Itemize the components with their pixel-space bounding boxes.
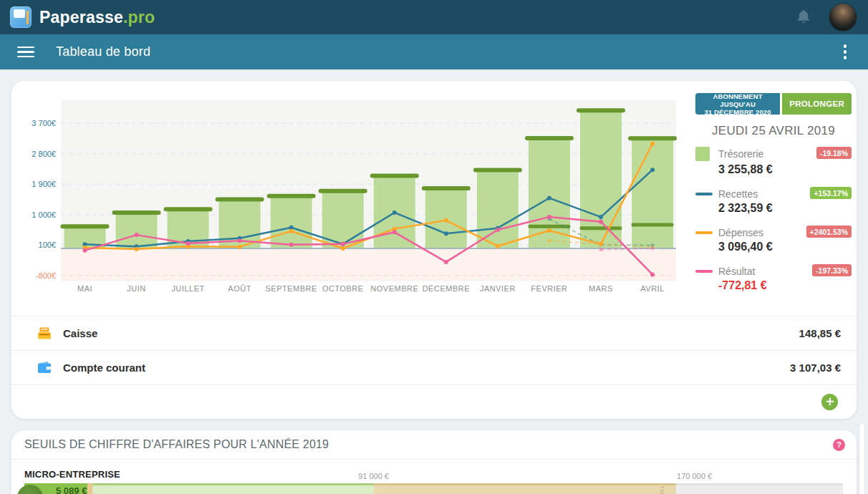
notifications-bell-icon[interactable] xyxy=(795,9,812,26)
progress-marker-strip xyxy=(87,483,92,494)
svg-text:DÉCEMBRE: DÉCEMBRE xyxy=(423,284,470,293)
thresholds-header: SEUILS DE CHIFFRE D'AFFAIRES POUR L'ANNÉ… xyxy=(11,430,857,460)
svg-text:-800€: -800€ xyxy=(36,271,56,280)
logo-book-icon xyxy=(10,6,32,28)
menu-icon[interactable] xyxy=(17,47,34,58)
help-icon[interactable]: ? xyxy=(833,439,845,451)
svg-text:SEPTEMBRE: SEPTEMBRE xyxy=(266,284,317,293)
svg-text:100€: 100€ xyxy=(39,241,56,249)
legend-swatch-recettes xyxy=(695,193,713,195)
dashboard-card: 3 700€2 800€1 900€1 000€100€-800€MAIJUIN… xyxy=(11,81,857,419)
date-heading: JEUDI 25 AVRIL 2019 xyxy=(695,124,852,138)
page-title: Tableau de bord xyxy=(56,44,150,59)
subscription-line2: 31 DÉCEMBRE 2020 xyxy=(695,108,780,115)
legend-value: 3 096,40 € xyxy=(718,241,852,253)
delta-badge: -19.18% xyxy=(816,147,852,159)
more-options-icon[interactable] xyxy=(839,42,852,62)
accounts-footer xyxy=(11,384,857,418)
delta-badge: +153.17% xyxy=(810,187,852,199)
svg-text:3 700€: 3 700€ xyxy=(32,119,56,127)
brand-suffix: .pro xyxy=(123,8,155,26)
accounts-list: Caisse148,85 €Compte courant3 107,03 € xyxy=(11,316,857,418)
threshold-marker-170000: 170 000 € xyxy=(11,472,712,480)
legend-swatch-depenses xyxy=(695,231,713,234)
chart-legend: Trésorerie-19.18%3 255,88 €Recettes+153.… xyxy=(695,147,852,292)
delta-badge: +2401.53% xyxy=(806,226,852,238)
tolerance-zone-label: TOLÉRANCE xyxy=(659,485,665,494)
svg-text:NOVEMBRE: NOVEMBRE xyxy=(370,284,418,293)
thresholds-card: SEUILS DE CHIFFRE D'AFFAIRES POUR L'ANNÉ… xyxy=(11,430,857,494)
thresholds-body: MICRO-ENTREPRISE 91 000 € 170 000 € 5 08… xyxy=(11,460,857,494)
account-balance: 3 107,03 € xyxy=(790,362,841,374)
svg-text:AVRIL: AVRIL xyxy=(640,284,664,293)
subscription-text: ABONNEMENT JUSQU'AU 31 DÉCEMBRE 2020 xyxy=(695,93,780,115)
account-row-caisse[interactable]: Caisse148,85 € xyxy=(11,316,857,350)
revenue-threshold-bar: 5 089 € TOLÉRANCE xyxy=(24,483,843,494)
user-avatar[interactable] xyxy=(829,4,857,31)
subscription-banner: ABONNEMENT JUSQU'AU 31 DÉCEMBRE 2020 PRO… xyxy=(695,93,852,115)
legend-item-resultat[interactable]: Résultat-197.33%-772,81 € xyxy=(695,264,852,292)
legend-swatch-resultat xyxy=(695,270,713,273)
legend-label: Recettes xyxy=(718,187,810,200)
topbar: Paperasse.pro xyxy=(0,0,868,34)
main-content: 3 700€2 800€1 900€1 000€100€-800€MAIJUIN… xyxy=(0,69,868,494)
svg-text:1 000€: 1 000€ xyxy=(32,210,56,219)
delta-badge: -197.33% xyxy=(812,264,852,276)
svg-text:2 800€: 2 800€ xyxy=(32,150,56,158)
svg-text:JANVIER: JANVIER xyxy=(480,284,516,293)
add-account-button[interactable] xyxy=(821,394,838,410)
legend-label: Trésorerie xyxy=(718,147,816,160)
cash-register-icon xyxy=(36,325,53,342)
app-logo[interactable]: Paperasse.pro xyxy=(10,6,155,28)
legend-value: 3 255,88 € xyxy=(718,163,852,176)
section-title: SEUILS DE CHIFFRE D'AFFAIRES POUR L'ANNÉ… xyxy=(24,438,329,451)
svg-text:JUIN: JUIN xyxy=(127,284,145,293)
legend-value: 2 323,59 € xyxy=(718,202,852,215)
svg-text:1 900€: 1 900€ xyxy=(32,180,56,188)
legend-item-tresorerie[interactable]: Trésorerie-19.18%3 255,88 € xyxy=(695,147,852,176)
legend-value: -772,81 € xyxy=(718,279,852,292)
account-balance: 148,85 € xyxy=(799,327,841,339)
brand-text: Paperasse.pro xyxy=(39,8,155,27)
svg-text:MAI: MAI xyxy=(77,284,92,293)
zone-under-threshold xyxy=(92,483,374,494)
legend-item-recettes[interactable]: Recettes+153.17%2 323,59 € xyxy=(695,187,852,215)
brand-name: Paperasse xyxy=(39,8,123,26)
svg-text:FÉVRIER: FÉVRIER xyxy=(531,284,567,293)
chart-side-panel: ABONNEMENT JUSQU'AU 31 DÉCEMBRE 2020 PRO… xyxy=(681,93,852,303)
prolong-button[interactable]: PROLONGER xyxy=(782,93,852,115)
svg-text:OCTOBRE: OCTOBRE xyxy=(322,284,364,293)
account-row-compte-courant[interactable]: Compte courant3 107,03 € xyxy=(11,350,857,384)
svg-text:MARS: MARS xyxy=(589,284,613,293)
legend-label: Dépenses xyxy=(718,226,806,238)
svg-text:AOÛT: AOÛT xyxy=(228,284,251,293)
account-label: Compte courant xyxy=(63,362,145,374)
scrollbar-thumb[interactable] xyxy=(859,424,864,494)
zone-over-threshold xyxy=(676,483,843,494)
current-revenue-value: 5 089 € xyxy=(56,485,87,494)
svg-text:JUILLET: JUILLET xyxy=(171,284,204,293)
account-label: Caisse xyxy=(63,327,97,339)
treasury-chart-svg[interactable]: 3 700€2 800€1 900€1 000€100€-800€MAIJUIN… xyxy=(21,82,680,297)
subscription-line1: ABONNEMENT JUSQU'AU xyxy=(695,93,780,108)
wallet-icon xyxy=(36,359,53,377)
legend-label: Résultat xyxy=(718,264,812,277)
legend-item-depenses[interactable]: Dépenses+2401.53%3 096,40 € xyxy=(695,226,852,253)
zone-tolerance xyxy=(374,483,676,494)
appbar: Tableau de bord xyxy=(0,34,868,69)
legend-swatch-tresorerie xyxy=(695,147,710,161)
